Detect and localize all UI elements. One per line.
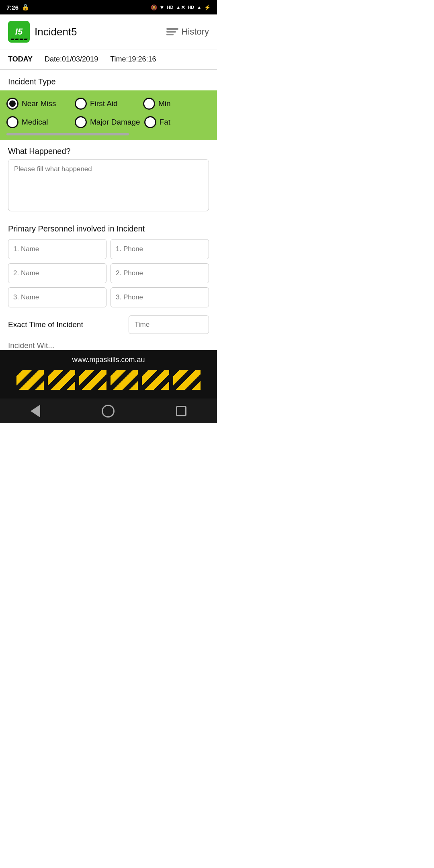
incident-type-label: Incident Type	[0, 70, 217, 90]
hd-label2: HD	[188, 5, 194, 10]
exact-time-label: Exact Time of Incident	[8, 320, 83, 329]
signal-icon2: ▲	[197, 4, 202, 10]
incident-type-container: Near Miss First Aid Min Medical Major Da…	[0, 90, 217, 140]
hazard-tile-4	[111, 370, 138, 390]
radio-circle-major-damage	[75, 116, 87, 128]
app-header: I5 Incident5 History	[0, 14, 217, 49]
radio-medical[interactable]: Medical	[6, 116, 71, 128]
minor-label: Min	[158, 99, 171, 108]
cutoff-label: Incident Wit...	[0, 338, 217, 350]
status-left: 7:26 🔒	[6, 4, 29, 11]
radio-circle-fatal	[144, 116, 156, 128]
status-time: 7:26	[6, 4, 18, 11]
home-button[interactable]	[102, 405, 115, 418]
what-happened-label: What Happened?	[8, 143, 209, 159]
app-logo: I5	[8, 21, 30, 43]
phone-1-input[interactable]	[111, 239, 209, 259]
personnel-grid	[8, 239, 209, 307]
time-input[interactable]	[129, 315, 209, 334]
radio-first-aid[interactable]: First Aid	[75, 98, 139, 110]
medical-label: Medical	[22, 118, 48, 127]
history-icon	[166, 27, 178, 37]
recent-button[interactable]	[176, 406, 186, 416]
hazard-tile-2	[48, 370, 75, 390]
signal-icon: ▲✕	[176, 4, 185, 10]
home-icon	[102, 405, 115, 418]
app-title: Incident5	[35, 26, 77, 38]
footer-url: www.mpaskills.com.au	[8, 356, 209, 364]
app-logo-text: I5	[15, 27, 23, 36]
radio-circle-first-aid	[75, 98, 87, 110]
hazard-tile-3	[79, 370, 106, 390]
name-1-input[interactable]	[8, 239, 106, 259]
radio-circle-medical	[6, 116, 18, 128]
incident-row-1: Near Miss First Aid Min	[6, 94, 211, 113]
radio-circle-near-miss	[6, 98, 18, 110]
app-logo-stripe	[8, 39, 30, 40]
what-happened-area: What Happened?	[0, 140, 217, 217]
status-bar: 7:26 🔒 🔕 ▼ HD ▲✕ HD ▲ ⚡	[0, 0, 217, 14]
incident-scrollbar	[6, 133, 129, 135]
history-button[interactable]: History	[166, 27, 209, 37]
nav-bar	[0, 399, 217, 423]
recent-icon	[176, 406, 186, 416]
near-miss-label: Near Miss	[22, 99, 56, 108]
personnel-label: Primary Personnel involved in Incident	[8, 220, 209, 235]
personnel-section: Primary Personnel involved in Incident	[0, 217, 217, 311]
app-logo-area: I5 Incident5	[8, 21, 77, 43]
name-3-input[interactable]	[8, 287, 106, 307]
battery-icon: ⚡	[204, 4, 211, 10]
radio-minor[interactable]: Min	[143, 98, 175, 110]
content: Incident Type Near Miss First Aid Min Me…	[0, 70, 217, 350]
mute-icon: 🔕	[151, 4, 157, 10]
name-2-input[interactable]	[8, 263, 106, 283]
date-label: Date:01/03/2019	[45, 55, 98, 63]
hazard-tile-6	[173, 370, 201, 390]
wifi-icon: ▼	[160, 4, 165, 10]
hazard-stripe	[8, 370, 209, 390]
back-button[interactable]	[31, 405, 40, 418]
status-right: 🔕 ▼ HD ▲✕ HD ▲ ⚡	[151, 4, 211, 10]
first-aid-label: First Aid	[90, 99, 118, 108]
what-happened-input[interactable]	[8, 159, 209, 211]
phone-3-input[interactable]	[111, 287, 209, 307]
history-label: History	[182, 27, 209, 37]
fatal-label: Fat	[160, 118, 170, 127]
phone-2-input[interactable]	[111, 263, 209, 283]
exact-time-row: Exact Time of Incident	[0, 311, 217, 338]
back-icon	[31, 405, 40, 418]
hazard-tile-1	[16, 370, 44, 390]
date-bar: TODAY Date:01/03/2019 Time:19:26:16	[0, 49, 217, 70]
lock-icon: 🔒	[22, 4, 29, 11]
footer: www.mpaskills.com.au	[0, 350, 217, 399]
time-label: Time:19:26:16	[110, 55, 156, 63]
today-label: TODAY	[8, 55, 33, 63]
incident-row-2: Medical Major Damage Fat	[6, 113, 211, 131]
radio-fatal[interactable]: Fat	[144, 116, 176, 128]
radio-circle-minor	[143, 98, 155, 110]
hd-label1: HD	[167, 5, 173, 10]
major-damage-label: Major Damage	[90, 118, 140, 127]
radio-near-miss[interactable]: Near Miss	[6, 98, 71, 110]
hazard-tile-5	[142, 370, 169, 390]
radio-major-damage[interactable]: Major Damage	[75, 116, 140, 128]
